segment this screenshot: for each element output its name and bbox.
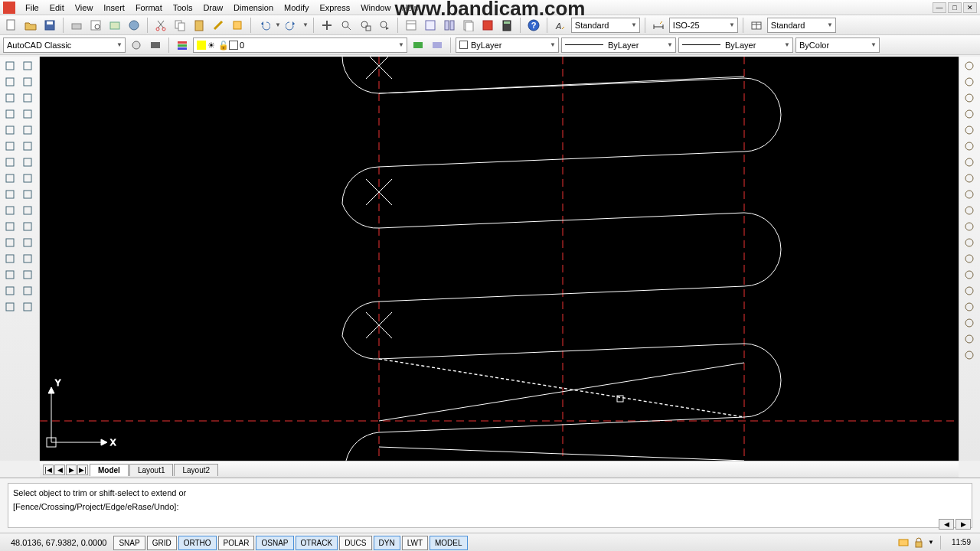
- measure-icon[interactable]: [19, 283, 36, 298]
- rotate-icon[interactable]: [961, 155, 978, 170]
- offset-icon[interactable]: [961, 106, 978, 122]
- aecdim-icon[interactable]: [2, 267, 18, 282]
- orbit-icon[interactable]: [961, 347, 978, 363]
- stretch-icon[interactable]: [961, 187, 978, 202]
- region-icon[interactable]: [19, 171, 36, 186]
- divide-icon[interactable]: [2, 299, 18, 315]
- A-icon[interactable]: [19, 299, 36, 315]
- chamfer-icon[interactable]: [961, 267, 978, 282]
- menu-format[interactable]: Format: [130, 2, 168, 14]
- revcloud-icon[interactable]: [19, 106, 36, 122]
- tablestyle-select[interactable]: Standard▼: [767, 18, 836, 33]
- paste-icon[interactable]: [191, 17, 207, 34]
- hatch-icon[interactable]: [19, 155, 36, 170]
- workspace-select[interactable]: AutoCAD Classic▼: [3, 37, 126, 53]
- mytoolbar-icon[interactable]: [147, 37, 164, 54]
- dimstyle-icon[interactable]: [650, 17, 667, 34]
- open-icon[interactable]: [22, 17, 39, 34]
- linetype-select[interactable]: ByLayer▼: [561, 37, 676, 53]
- circle-icon[interactable]: [2, 106, 18, 122]
- xline-icon[interactable]: [19, 58, 36, 73]
- textstyle-select[interactable]: Standard▼: [571, 18, 640, 33]
- copy-icon[interactable]: [172, 17, 188, 34]
- erase-icon[interactable]: [961, 58, 978, 73]
- toggle-polar[interactable]: POLAR: [218, 536, 255, 550]
- properties-icon[interactable]: [403, 17, 420, 34]
- designcenter-icon[interactable]: [422, 17, 439, 34]
- explode-icon[interactable]: [961, 299, 978, 315]
- match-icon[interactable]: [210, 17, 227, 34]
- tab-first-icon[interactable]: |◀: [43, 465, 54, 475]
- toggle-ducs[interactable]: DUCS: [339, 536, 371, 550]
- 3dpoly-icon[interactable]: [2, 235, 18, 250]
- trim-icon[interactable]: [961, 203, 978, 218]
- layerprevious-icon[interactable]: [410, 37, 426, 54]
- polygon-icon[interactable]: [19, 74, 36, 90]
- rect-icon[interactable]: [2, 90, 18, 106]
- join-icon[interactable]: [961, 251, 978, 266]
- menu-edit[interactable]: Edit: [44, 2, 70, 14]
- zoom-realtime-icon[interactable]: [338, 17, 354, 34]
- ellipsearc-icon[interactable]: [2, 139, 18, 154]
- tab-prev-icon[interactable]: ◀: [54, 465, 65, 475]
- tab-model[interactable]: Model: [90, 464, 129, 476]
- layer-select[interactable]: ☀ 🔓 0 ▼: [193, 37, 407, 53]
- 3ddwf-icon[interactable]: [126, 17, 142, 34]
- textstyle-icon[interactable]: A: [552, 17, 569, 34]
- mleader-icon[interactable]: [19, 267, 36, 282]
- pan-icon[interactable]: [961, 315, 978, 331]
- menu-file[interactable]: File: [20, 2, 44, 14]
- mline-icon[interactable]: [19, 203, 36, 218]
- toggle-grid[interactable]: GRID: [147, 536, 177, 550]
- menu-window[interactable]: Window: [355, 2, 396, 14]
- toggle-snap[interactable]: SNAP: [113, 536, 145, 550]
- markup-icon[interactable]: [479, 17, 496, 34]
- sheetset-icon[interactable]: [460, 17, 477, 34]
- dimstyle-select[interactable]: ISO-25▼: [669, 18, 738, 33]
- toggle-dyn[interactable]: DYN: [374, 536, 400, 550]
- copy-icon[interactable]: [961, 74, 978, 90]
- toggle-model[interactable]: MODEL: [430, 536, 468, 550]
- quickcalc-icon[interactable]: [498, 17, 515, 34]
- tab-next-icon[interactable]: ▶: [66, 465, 77, 475]
- mtext-icon[interactable]: [19, 187, 36, 202]
- preview-icon[interactable]: [87, 17, 104, 34]
- drawing-canvas[interactable]: X Y: [40, 57, 959, 461]
- extend-icon[interactable]: [961, 219, 978, 234]
- break-icon[interactable]: [961, 235, 978, 250]
- scroll-left-icon[interactable]: ◀: [939, 519, 954, 530]
- toggle-osnap[interactable]: OSNAP: [256, 536, 293, 550]
- menu-tools[interactable]: Tools: [168, 2, 198, 14]
- tray-chevron-icon[interactable]: ▼: [928, 539, 934, 546]
- spline-icon[interactable]: [2, 122, 18, 138]
- ellipse-icon[interactable]: [19, 122, 36, 138]
- scroll-right-icon[interactable]: ▶: [956, 519, 971, 530]
- minimize-button[interactable]: —: [933, 2, 946, 13]
- blockeditor-icon[interactable]: [229, 17, 246, 34]
- tab-last-icon[interactable]: ▶|: [77, 465, 88, 475]
- tab-layout2[interactable]: Layout2: [174, 464, 218, 476]
- layerstate-icon[interactable]: [429, 37, 446, 54]
- toolpalette-icon[interactable]: [441, 17, 458, 34]
- fillet-icon[interactable]: [961, 283, 978, 298]
- menu-express[interactable]: Express: [314, 2, 355, 14]
- scale-icon[interactable]: [961, 171, 978, 186]
- cut-icon[interactable]: [152, 17, 169, 34]
- zoom-icon[interactable]: [961, 331, 978, 347]
- wipeout-icon[interactable]: [19, 219, 36, 234]
- arc-icon[interactable]: [19, 90, 36, 106]
- boundary-icon[interactable]: [2, 251, 18, 266]
- color-select[interactable]: ByLayer▼: [456, 37, 559, 53]
- mirror-icon[interactable]: [961, 90, 978, 106]
- pan-icon[interactable]: [318, 17, 335, 34]
- menu-view[interactable]: View: [70, 2, 99, 14]
- menu-insert[interactable]: Insert: [98, 2, 130, 14]
- zoom-prev-icon[interactable]: [376, 17, 393, 34]
- toggle-otrack[interactable]: OTRACK: [296, 536, 338, 550]
- ray-icon[interactable]: [2, 203, 18, 218]
- toggle-ortho[interactable]: ORTHO: [178, 536, 217, 550]
- menu-modify[interactable]: Modify: [279, 2, 314, 14]
- save-icon[interactable]: [41, 17, 58, 34]
- workspacesettings-icon[interactable]: [128, 37, 145, 54]
- donut-icon[interactable]: [2, 219, 18, 234]
